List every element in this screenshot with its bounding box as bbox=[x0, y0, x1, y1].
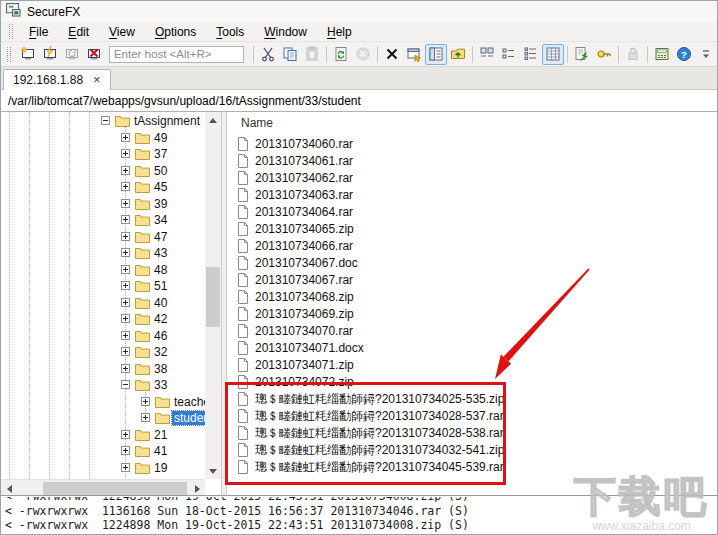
expand-icon[interactable] bbox=[121, 347, 130, 356]
file-row[interactable]: 201310734071.docx bbox=[237, 340, 717, 356]
tree-item-46[interactable]: 46 bbox=[1, 328, 205, 344]
tree-item-38[interactable]: 38 bbox=[1, 361, 205, 377]
expand-icon[interactable] bbox=[121, 364, 130, 373]
file-row[interactable]: 201310734067.rar bbox=[237, 272, 717, 288]
toolbar-overflow-button[interactable] bbox=[695, 44, 717, 65]
quick-connect-button[interactable] bbox=[39, 44, 61, 65]
menu-item-options[interactable]: Options bbox=[145, 23, 206, 41]
session-options-button[interactable] bbox=[651, 44, 673, 65]
tree-item-33[interactable]: 33 bbox=[1, 377, 205, 393]
menu-item-help[interactable]: Help bbox=[317, 23, 362, 41]
menu-item-window[interactable]: Window bbox=[254, 23, 317, 41]
expand-icon[interactable] bbox=[121, 248, 130, 257]
toolbar-grip-handle[interactable] bbox=[7, 47, 11, 62]
help-button[interactable]: ? bbox=[673, 44, 695, 65]
expand-icon[interactable] bbox=[141, 397, 150, 406]
expand-icon[interactable] bbox=[121, 298, 130, 307]
tree-item-tassignment[interactable]: tAssignment bbox=[1, 113, 205, 129]
file-row[interactable]: 201310734071.zip bbox=[237, 357, 717, 373]
expand-icon[interactable] bbox=[141, 413, 150, 422]
address-bar[interactable]: /var/lib/tomcat7/webapps/gvsun/upload/16… bbox=[1, 90, 717, 112]
file-row[interactable]: 璁＄畻鏈虹粍缁勫師鐞?201310734028-537.rar bbox=[237, 408, 717, 424]
file-row[interactable]: 璁＄畻鏈虹粍缁勫師鐞?201310734028-538.rar bbox=[237, 425, 717, 441]
menu-grip-handle[interactable] bbox=[9, 24, 13, 39]
tree-item-21[interactable]: 21 bbox=[1, 427, 205, 443]
file-row[interactable]: 201310734061.rar bbox=[237, 153, 717, 169]
tree-item-48[interactable]: 48 bbox=[1, 262, 205, 278]
expand-icon[interactable] bbox=[121, 149, 130, 158]
view-large-icons-button[interactable] bbox=[476, 44, 498, 65]
tree-item-50[interactable]: 50 bbox=[1, 163, 205, 179]
file-row[interactable]: 璁＄畻鏈虹粍缁勫師鐞?201310734045-539.rar bbox=[237, 459, 717, 475]
collapse-icon[interactable] bbox=[121, 380, 130, 389]
file-row[interactable]: 201310734064.rar bbox=[237, 204, 717, 220]
tree-item-32[interactable]: 32 bbox=[1, 344, 205, 360]
tree-item-teacher[interactable]: teacher bbox=[1, 394, 205, 410]
expand-icon[interactable] bbox=[121, 215, 130, 224]
expand-icon[interactable] bbox=[121, 331, 130, 340]
file-row[interactable]: 201310734063.rar bbox=[237, 187, 717, 203]
tab-close-icon[interactable]: × bbox=[93, 75, 101, 85]
expand-icon[interactable] bbox=[121, 430, 130, 439]
file-row[interactable]: 201310734069.zip bbox=[237, 306, 717, 322]
tree-item-42[interactable]: 42 bbox=[1, 311, 205, 327]
menu-item-file[interactable]: File bbox=[19, 23, 58, 41]
tree-item-47[interactable]: 47 bbox=[1, 229, 205, 245]
tree-vertical-scrollbar[interactable] bbox=[205, 112, 221, 479]
transfer-button[interactable] bbox=[571, 44, 593, 65]
expand-icon[interactable] bbox=[121, 232, 130, 241]
file-row[interactable]: 201310734066.rar bbox=[237, 238, 717, 254]
expand-icon[interactable] bbox=[121, 265, 130, 274]
expand-icon[interactable] bbox=[121, 199, 130, 208]
tree-item-45[interactable]: 45 bbox=[1, 179, 205, 195]
tree-item-43[interactable]: 43 bbox=[1, 245, 205, 261]
expand-icon[interactable] bbox=[121, 314, 130, 323]
collapse-icon[interactable] bbox=[101, 116, 110, 125]
properties-button[interactable] bbox=[403, 44, 425, 65]
tree-item-41[interactable]: 41 bbox=[1, 443, 205, 459]
vertical-scroll-thumb[interactable] bbox=[206, 267, 220, 327]
tree-item-34[interactable]: 34 bbox=[1, 212, 205, 228]
file-row[interactable]: 璁＄畻鏈虹粍缁勫師鐞?201310734025-535.zip bbox=[237, 391, 717, 407]
refresh-button[interactable] bbox=[330, 44, 352, 65]
file-row[interactable]: 201310734065.zip bbox=[237, 221, 717, 237]
connect-button[interactable] bbox=[17, 44, 39, 65]
menu-item-view[interactable]: View bbox=[99, 23, 145, 41]
expand-icon[interactable] bbox=[121, 281, 130, 290]
copy-button[interactable] bbox=[279, 44, 301, 65]
tree-item-49[interactable]: 49 bbox=[1, 130, 205, 146]
menu-item-edit[interactable]: Edit bbox=[58, 23, 99, 41]
key-button[interactable] bbox=[593, 44, 615, 65]
view-list-button[interactable] bbox=[520, 44, 542, 65]
file-row[interactable]: 201310734067.doc bbox=[237, 255, 717, 271]
tree-item-37[interactable]: 37 bbox=[1, 146, 205, 162]
tree-item-19[interactable]: 19 bbox=[1, 460, 205, 476]
scroll-down-icon[interactable] bbox=[205, 463, 221, 479]
expand-icon[interactable] bbox=[121, 446, 130, 455]
cut-button[interactable] bbox=[257, 44, 279, 65]
file-row[interactable]: 璁＄畻鏈虹粍缁勫師鐞?201310734032-541.zip bbox=[237, 442, 717, 458]
horizontal-scroll-thumb[interactable] bbox=[43, 482, 187, 496]
tree-view-button[interactable] bbox=[425, 44, 447, 65]
file-row[interactable]: 201310734060.rar bbox=[237, 136, 717, 152]
view-details-button[interactable] bbox=[542, 44, 564, 65]
file-row[interactable]: 201310734068.zip bbox=[237, 289, 717, 305]
delete-button[interactable] bbox=[381, 44, 403, 65]
tree-item-39[interactable]: 39 bbox=[1, 196, 205, 212]
expand-icon[interactable] bbox=[121, 166, 130, 175]
host-input[interactable]: Enter host <Alt+R> bbox=[109, 46, 244, 63]
expand-icon[interactable] bbox=[121, 133, 130, 142]
parent-folder-button[interactable] bbox=[447, 44, 469, 65]
session-tab[interactable]: 192.168.1.88 × bbox=[3, 69, 111, 90]
tree-item-40[interactable]: 40 bbox=[1, 295, 205, 311]
file-row[interactable]: 201310734070.rar bbox=[237, 323, 717, 339]
menu-item-tools[interactable]: Tools bbox=[206, 23, 254, 41]
tree-item-51[interactable]: 51 bbox=[1, 278, 205, 294]
disconnect-button[interactable] bbox=[83, 44, 105, 65]
expand-icon[interactable] bbox=[121, 182, 130, 191]
expand-icon[interactable] bbox=[121, 463, 130, 472]
view-small-icons-button[interactable] bbox=[498, 44, 520, 65]
file-row[interactable]: 201310734072.zip bbox=[237, 374, 717, 390]
tree-item-student[interactable]: student bbox=[1, 410, 205, 426]
file-row[interactable]: 201310734062.rar bbox=[237, 170, 717, 186]
